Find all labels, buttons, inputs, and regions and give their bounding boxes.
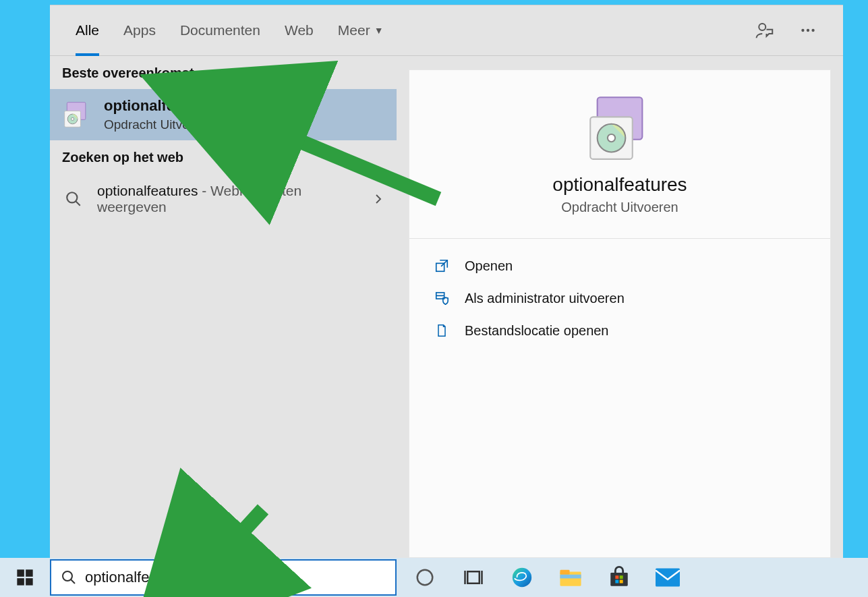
detail-column: optionalfeatures Opdracht Uitvoeren Open… (397, 56, 843, 558)
svg-rect-20 (26, 569, 32, 577)
svg-rect-35 (620, 575, 623, 579)
chevron-right-icon (372, 193, 384, 205)
file-location-icon (434, 322, 450, 339)
installer-icon-large (586, 94, 654, 162)
shield-run-icon (434, 290, 450, 306)
web-result-text: optionalfeatures - Webresultaten weergev… (97, 183, 360, 215)
svg-rect-38 (656, 569, 680, 587)
more-options-icon[interactable] (796, 18, 820, 42)
web-header: Zoeken op het web (50, 140, 397, 173)
best-match-header: Beste overeenkomst (50, 56, 397, 89)
svg-rect-34 (615, 575, 618, 579)
svg-point-8 (71, 117, 74, 120)
svg-rect-21 (17, 578, 24, 586)
svg-point-9 (67, 192, 77, 202)
action-open-location[interactable]: Bestandslocatie openen (409, 314, 830, 347)
svg-rect-19 (17, 569, 24, 577)
web-result-term: optionalfeatures (97, 183, 198, 198)
action-label: Als administrator uitvoeren (465, 291, 625, 306)
action-open[interactable]: Openen (409, 250, 830, 282)
microsoft-store-icon[interactable] (595, 558, 643, 597)
best-match-result[interactable]: optionalfeatures Opdracht Uitvoeren (50, 89, 397, 140)
svg-rect-32 (560, 575, 581, 579)
tab-documents[interactable]: Documenten (168, 5, 272, 55)
svg-point-15 (608, 134, 615, 142)
taskbar-search-box[interactable] (50, 559, 397, 596)
tab-label: Alle (76, 22, 99, 38)
svg-rect-31 (560, 570, 569, 575)
installer-icon (62, 100, 92, 130)
search-icon (61, 569, 77, 586)
svg-line-10 (76, 201, 80, 206)
tab-label: Documenten (180, 22, 260, 38)
edge-icon[interactable] (498, 558, 546, 597)
action-label: Bestandslocatie openen (465, 323, 609, 339)
tab-label: Web (285, 22, 314, 38)
svg-point-23 (63, 571, 72, 581)
action-run-admin[interactable]: Als administrator uitvoeren (409, 282, 830, 314)
mail-icon[interactable] (643, 558, 692, 597)
tab-all[interactable]: Alle (63, 5, 111, 55)
svg-rect-37 (620, 580, 623, 584)
search-tabs: Alle Apps Documenten Web Meer▼ (50, 5, 843, 56)
svg-rect-33 (610, 573, 628, 586)
tab-label: Meer (338, 22, 370, 38)
svg-line-24 (71, 579, 75, 584)
svg-rect-22 (26, 578, 32, 586)
svg-point-2 (807, 29, 809, 32)
svg-point-3 (811, 29, 814, 32)
action-label: Openen (465, 258, 513, 274)
svg-point-1 (801, 29, 804, 32)
svg-point-0 (759, 24, 765, 30)
feedback-icon[interactable] (753, 18, 777, 42)
svg-rect-36 (615, 580, 618, 584)
cortana-icon[interactable] (401, 558, 449, 597)
web-result[interactable]: optionalfeatures - Webresultaten weergev… (50, 173, 397, 225)
search-input[interactable] (85, 569, 386, 586)
detail-title: optionalfeatures (552, 174, 687, 196)
detail-subtitle: Opdracht Uitvoeren (561, 200, 678, 215)
svg-point-29 (513, 568, 531, 587)
results-column: Beste overeenkomst optionalfeatures Opdr… (50, 56, 397, 558)
result-title: optionalfeatures (104, 97, 219, 115)
tab-web[interactable]: Web (272, 5, 326, 55)
start-search-panel: Alle Apps Documenten Web Meer▼ Beste ove… (50, 5, 843, 558)
search-icon (62, 188, 85, 210)
svg-rect-26 (467, 571, 480, 584)
tab-more[interactable]: Meer▼ (326, 5, 396, 55)
taskbar (0, 558, 868, 597)
detail-card: optionalfeatures Opdracht Uitvoeren Open… (409, 69, 831, 558)
divider (409, 238, 830, 239)
tab-label: Apps (123, 22, 156, 38)
file-explorer-icon[interactable] (546, 558, 595, 597)
task-view-icon[interactable] (449, 558, 498, 597)
tab-apps[interactable]: Apps (111, 5, 168, 55)
start-button[interactable] (0, 558, 50, 597)
result-subtitle: Opdracht Uitvoeren (104, 117, 219, 132)
open-icon (434, 258, 450, 274)
chevron-down-icon: ▼ (374, 25, 384, 36)
svg-point-25 (417, 570, 433, 586)
